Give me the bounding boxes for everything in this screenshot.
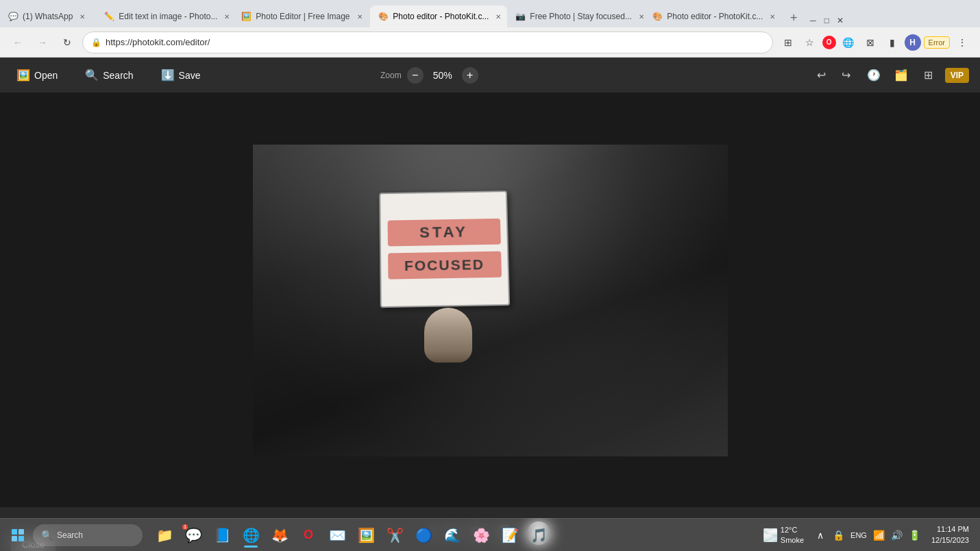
tab-free-photo[interactable]: 📷 Free Photo | Stay focused... ✕ <box>507 5 644 27</box>
tab-close-whatsapp[interactable]: ✕ <box>77 11 88 22</box>
taskbar-center: 📁 💬 1 📘 🌐 🦊 O ✉️ 🖼️ ✂️ 🔵 🌊 <box>145 522 755 549</box>
chrome-icon: 🌐 <box>243 527 260 543</box>
sign-text-line2: FOCUSED <box>404 256 484 273</box>
save-button[interactable]: ⬇️ Save <box>156 64 206 86</box>
taskbar-app-skype[interactable]: 🔵 <box>410 522 437 549</box>
taskbar-app-edge[interactable]: 🌊 <box>439 522 466 549</box>
tab-close-edit[interactable]: ✕ <box>221 11 232 22</box>
taskbar-app-snipping[interactable]: ✂️ <box>381 522 408 549</box>
weather-info: 12°C Smoke <box>781 525 804 545</box>
tab-title-photokit1: Photo editor - PhotoKit.c... <box>393 12 489 21</box>
screen-capture-btn[interactable]: ⊞ <box>779 33 798 52</box>
tab-photo-editor-free[interactable]: 🖼️ Photo Editor | Free Image ✕ <box>233 5 370 27</box>
save-label: Save <box>179 70 201 81</box>
tab-close-free-photo[interactable]: ✕ <box>636 11 644 22</box>
nav-back[interactable]: ← <box>8 33 27 52</box>
taskbar-right: 🌫️ 12°C Smoke ∧ 🔒 ENG 📶 🔊 🔋 11:14 PM 12/… <box>757 522 975 548</box>
weather-desc: Smoke <box>781 535 804 545</box>
taskbar-app-photos[interactable]: 🖼️ <box>352 522 380 549</box>
url-bar[interactable]: 🔒 https://photokit.com/editor/ <box>82 32 773 53</box>
error-badge[interactable]: Error <box>924 36 950 49</box>
tab-title-edit: Edit text in image - Photo... <box>119 12 217 21</box>
toolbar-right: ↩ ↪ 🕐 🗂️ ⊞ VIP <box>811 64 969 86</box>
file-explorer-icon: 📁 <box>156 527 173 543</box>
clock-date: 12/15/2023 <box>931 535 969 546</box>
taskbar-app-teams[interactable]: 📘 <box>208 522 236 549</box>
tab-bar: 💬 (1) WhatsApp ✕ ✏️ Edit text in image -… <box>0 0 980 27</box>
tray-wifi[interactable]: 📶 <box>871 527 887 543</box>
tray-network[interactable]: 🔒 <box>830 527 846 543</box>
whatsapp-icon: 💬 <box>185 527 202 543</box>
notification-dot: 1 <box>182 524 188 530</box>
history-button[interactable]: 🕐 <box>863 64 885 86</box>
open-icon: 🖼️ <box>16 69 30 82</box>
sidebar-btn[interactable]: ▮ <box>883 33 902 52</box>
zoom-in-button[interactable]: + <box>462 67 478 84</box>
new-tab-button[interactable]: + <box>784 8 803 27</box>
tab-close-photokit1[interactable]: ✕ <box>493 11 504 22</box>
nav-forward[interactable]: → <box>33 33 52 52</box>
tab-favicon-free: 🖼️ <box>241 12 252 21</box>
taskbar-app-photos2[interactable]: 🌸 <box>467 522 495 549</box>
taskbar-app-firefox[interactable]: 🦊 <box>266 522 293 549</box>
taskbar-app-whatsapp[interactable]: 💬 1 <box>180 522 207 549</box>
system-tray: ∧ 🔒 ENG 📶 🔊 🔋 <box>812 527 923 543</box>
search-button[interactable]: 🔍 Search <box>79 64 138 86</box>
open-button[interactable]: 🖼️ Open <box>11 64 63 86</box>
weather-icon: 🌫️ <box>763 528 778 543</box>
tab-close-free[interactable]: ✕ <box>354 11 365 22</box>
browser-frame: 💬 (1) WhatsApp ✕ ✏️ Edit text in image -… <box>0 0 980 58</box>
bookmark-btn[interactable]: ☆ <box>800 33 820 52</box>
photos-icon: 🖼️ <box>358 527 375 543</box>
tab-photokit2[interactable]: 🎨 Photo editor - PhotoKit.c... ✕ <box>644 5 781 27</box>
tray-chevron[interactable]: ∧ <box>812 527 829 543</box>
profile-icon[interactable]: H <box>905 34 921 51</box>
clock[interactable]: 11:14 PM 12/15/2023 <box>926 524 975 546</box>
sign-highlight-top: STAY <box>387 218 500 246</box>
tab-whatsapp[interactable]: 💬 (1) WhatsApp ✕ <box>0 5 96 27</box>
tray-lang[interactable]: ENG <box>848 531 870 539</box>
zoom-value: 50% <box>429 70 456 81</box>
undo-button[interactable]: ↩ <box>811 64 833 86</box>
windows-logo-bl <box>12 536 17 541</box>
sign-highlight-bottom: FOCUSED <box>387 251 501 279</box>
compare-button[interactable]: ⊞ <box>918 64 940 86</box>
tray-volume[interactable]: 🔊 <box>889 527 905 543</box>
redo-button[interactable]: ↪ <box>835 64 857 86</box>
undo-redo: ↩ ↪ <box>811 64 857 86</box>
window-minimize[interactable]: ─ <box>806 14 820 27</box>
editor-toolbar: 🖼️ Open 🔍 Search ⬇️ Save Zoom − 50% + ↩ … <box>0 58 980 93</box>
editor-layout: 🖼️ Open 🔍 Search ⬇️ Save Zoom − 50% + ↩ … <box>0 58 980 551</box>
tab-photokit-active[interactable]: 🎨 Photo editor - PhotoKit.c... ✕ <box>370 5 507 27</box>
tray-battery[interactable]: 🔋 <box>907 527 923 543</box>
zoom-out-button[interactable]: − <box>407 67 424 84</box>
window-close[interactable]: ✕ <box>833 14 847 27</box>
extension2-btn[interactable]: ⊠ <box>861 33 880 52</box>
taskbar-app-chrome[interactable]: 🌐 <box>237 522 265 549</box>
tab-favicon-free-photo: 📷 <box>515 12 526 21</box>
taskbar-app-spotify[interactable]: 🎵 <box>525 522 552 549</box>
taskbar-app-mail[interactable]: ✉️ <box>323 522 351 549</box>
window-maximize[interactable]: □ <box>820 14 833 27</box>
sign-container: STAY FOCUSED <box>380 191 517 328</box>
taskbar-app-opera[interactable]: O <box>295 522 322 549</box>
windows-logo <box>12 529 24 541</box>
taskbar-app-word[interactable]: 📝 <box>496 522 524 549</box>
vip-badge[interactable]: VIP <box>945 68 969 83</box>
nav-refresh[interactable]: ↻ <box>58 33 77 52</box>
taskbar-app-file-explorer[interactable]: 📁 <box>151 522 178 549</box>
tab-favicon-whatsapp: 💬 <box>8 12 19 21</box>
extension1-btn[interactable]: 🌐 <box>839 33 858 52</box>
layers-button[interactable]: 🗂️ <box>890 64 912 86</box>
search-icon: 🔍 <box>85 69 99 82</box>
weather-widget[interactable]: 🌫️ 12°C Smoke <box>757 522 809 548</box>
tab-edit-text[interactable]: ✏️ Edit text in image - Photo... ✕ <box>96 5 233 27</box>
taskbar-search[interactable]: 🔍 Search <box>33 524 143 546</box>
start-button[interactable] <box>5 523 30 548</box>
url-text: https://photokit.com/editor/ <box>106 37 764 47</box>
taskbar-search-text: Search <box>57 530 83 540</box>
hand-holding-sign <box>424 308 472 363</box>
clock-time: 11:14 PM <box>931 524 969 535</box>
browser-menu-btn[interactable]: ⋮ <box>953 33 972 52</box>
tab-close-photokit2[interactable]: ✕ <box>767 11 778 22</box>
